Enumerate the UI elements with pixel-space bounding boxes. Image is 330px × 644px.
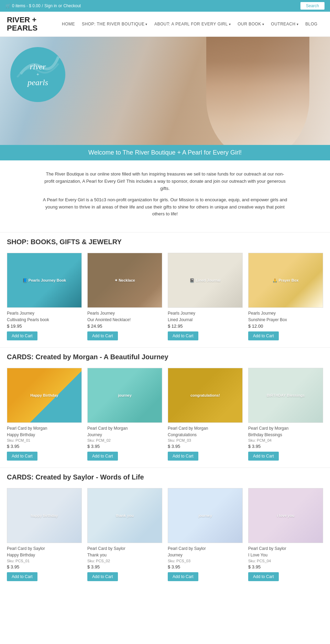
product-name: Pearls Journey	[7, 310, 82, 316]
product-sku: Sku: PCS_02	[87, 559, 162, 563]
product-subtitle: Lined Journal	[168, 317, 243, 323]
section-books: SHOP: BOOKS, GIFTS & JEWELRY 📘 Pearls Jo…	[0, 232, 330, 347]
product-image: journey	[87, 368, 162, 423]
product-image-label: journey	[197, 512, 213, 519]
product-image-label: congratulations!	[189, 392, 221, 399]
add-to-cart-button[interactable]: Add to Cart	[168, 452, 198, 461]
hero-logo-text1: river	[30, 62, 46, 72]
product-name: Pearl Card by Saylor	[248, 546, 323, 552]
product-price: $ 12.95	[168, 324, 243, 329]
product-card: 📓 Lined JournalPearls JourneyLined Journ…	[168, 253, 243, 340]
nav-home[interactable]: HOME	[58, 20, 78, 29]
checkout-link[interactable]: Checkout	[63, 3, 81, 8]
site-logo[interactable]: RIVER + PEARLS	[7, 16, 48, 32]
product-image: BIRTHDAY Blessings	[248, 368, 323, 423]
hero-person	[206, 37, 309, 160]
morgan-product-grid: Happy BirthdayPearl Card by MorganHappy …	[0, 364, 330, 468]
product-image: 📓 Lined Journal	[168, 253, 243, 308]
product-image-label: 📘 Pearls Journey Book	[21, 277, 68, 284]
product-price: $ 19.95	[7, 324, 82, 329]
product-price: $ 3.95	[248, 564, 323, 569]
product-price: $ 3.95	[87, 444, 162, 449]
product-subtitle: Journey	[168, 552, 243, 558]
product-card: BIRTHDAY BlessingsPearl Card by MorganBi…	[248, 368, 323, 461]
add-to-cart-button[interactable]: Add to Cart	[7, 572, 37, 581]
product-subtitle: Happy Birthday	[7, 552, 82, 558]
product-image: congratulations!	[168, 368, 243, 423]
product-subtitle: Happy Birthday	[7, 432, 82, 438]
add-to-cart-button[interactable]: Add to Cart	[7, 452, 37, 461]
add-to-cart-button[interactable]: Add to Cart	[87, 572, 118, 581]
product-subtitle: Congratulations	[168, 432, 243, 438]
logo-line1: RIVER +	[7, 16, 48, 24]
product-card: ✦ NecklacePearls JourneyOur Anointed Nec…	[87, 253, 162, 340]
product-price: $ 3.95	[7, 564, 82, 569]
product-sku: Sku: PCS_01	[7, 559, 82, 563]
product-image-label: thank you	[114, 512, 135, 519]
product-card: 📘 Pearls Journey BookPearls JourneyCulti…	[7, 253, 82, 340]
product-name: Pearl Card by Morgan	[168, 426, 243, 431]
product-name: Pearl Card by Saylor	[87, 546, 162, 552]
product-subtitle: Sunshine Prayer Box	[248, 317, 323, 323]
product-image-label: BIRTHDAY Blessings	[265, 392, 306, 399]
product-subtitle: Birthday Blessings	[248, 432, 323, 438]
add-to-cart-button[interactable]: Add to Cart	[248, 572, 279, 581]
nav-book[interactable]: OUR BOOK	[234, 20, 267, 29]
product-subtitle: I Love You	[248, 552, 323, 558]
nav-blog[interactable]: BLOG	[302, 20, 321, 29]
product-image-label: journey	[117, 392, 133, 399]
search-button[interactable]: Search	[300, 2, 324, 10]
product-card: i love youPearl Card by SaylorI Love You…	[248, 488, 323, 581]
product-image-label: 🙏 Prayer Box	[271, 277, 300, 284]
product-name: Pearl Card by Saylor	[7, 546, 82, 552]
hero-logo-text2: pearls	[28, 78, 48, 88]
header: RIVER + PEARLS HOME SHOP: THE RIVER BOUT…	[0, 12, 330, 37]
product-subtitle: Journey	[87, 432, 162, 438]
product-image: thank you	[87, 488, 162, 543]
hero-banner-text: Welcome to The River Boutique + A Pearl …	[88, 149, 242, 156]
product-card: happy birthdayPearl Card by SaylorHappy …	[7, 488, 82, 581]
add-to-cart-button[interactable]: Add to Cart	[168, 331, 198, 340]
hero-banner: Welcome to The River Boutique + A Pearl …	[0, 145, 330, 160]
logo-line2: PEARLS	[7, 24, 48, 32]
cart-icon: 🛒	[6, 3, 11, 8]
add-to-cart-button[interactable]: Add to Cart	[248, 452, 279, 461]
product-subtitle: Cultivating Pearls book	[7, 317, 82, 323]
nav-outreach[interactable]: OUTREACH	[267, 20, 302, 29]
product-price: $ 3.95	[7, 444, 82, 449]
product-price: $ 12.00	[248, 324, 323, 329]
signin-link[interactable]: Sign in	[44, 3, 57, 8]
product-sku: Sku: PCM_01	[7, 438, 82, 442]
product-subtitle: Thank you	[87, 552, 162, 558]
product-price: $ 3.95	[87, 564, 162, 569]
cart-label: 0 items - $ 0.00	[12, 3, 41, 8]
product-name: Pearl Card by Morgan	[7, 426, 82, 431]
product-card: journeyPearl Card by SaylorJourneySku: P…	[168, 488, 243, 581]
product-name: Pearls Journey	[168, 310, 243, 316]
nav-about[interactable]: ABOUT: A PEARL FOR EVERY GIRL	[151, 20, 234, 29]
product-price: $ 24.95	[87, 324, 162, 329]
product-name: Pearl Card by Morgan	[248, 426, 323, 431]
product-sku: Sku: PCM_04	[248, 438, 323, 442]
section-books-title: SHOP: BOOKS, GIFTS & JEWELRY	[0, 232, 330, 249]
books-product-grid: 📘 Pearls Journey BookPearls JourneyCulti…	[0, 249, 330, 347]
product-card: congratulations!Pearl Card by MorganCong…	[168, 368, 243, 461]
top-bar: 🛒 0 items - $ 0.00 / Sign in or Checkout…	[0, 0, 330, 12]
product-price: $ 3.95	[168, 564, 243, 569]
product-image: i love you	[248, 488, 323, 543]
add-to-cart-button[interactable]: Add to Cart	[87, 452, 118, 461]
hero-logo-circle: river + pearls	[10, 47, 65, 102]
product-image: happy birthday	[7, 488, 82, 543]
saylor-product-grid: happy birthdayPearl Card by SaylorHappy …	[0, 485, 330, 588]
add-to-cart-button[interactable]: Add to Cart	[248, 331, 279, 340]
add-to-cart-button[interactable]: Add to Cart	[7, 331, 37, 340]
add-to-cart-button[interactable]: Add to Cart	[168, 572, 198, 581]
description-para1: The River Boutique is our online store f…	[41, 171, 289, 192]
product-card: journeyPearl Card by MorganJourneySku: P…	[87, 368, 162, 461]
product-image-label: i love you	[276, 512, 296, 519]
add-to-cart-button[interactable]: Add to Cart	[87, 331, 118, 340]
nav-shop[interactable]: SHOP: THE RIVER BOUTIQUE	[78, 20, 151, 29]
product-image-label: 📓 Lined Journal	[188, 277, 222, 284]
product-price: $ 3.95	[248, 444, 323, 449]
product-image: 📘 Pearls Journey Book	[7, 253, 82, 308]
